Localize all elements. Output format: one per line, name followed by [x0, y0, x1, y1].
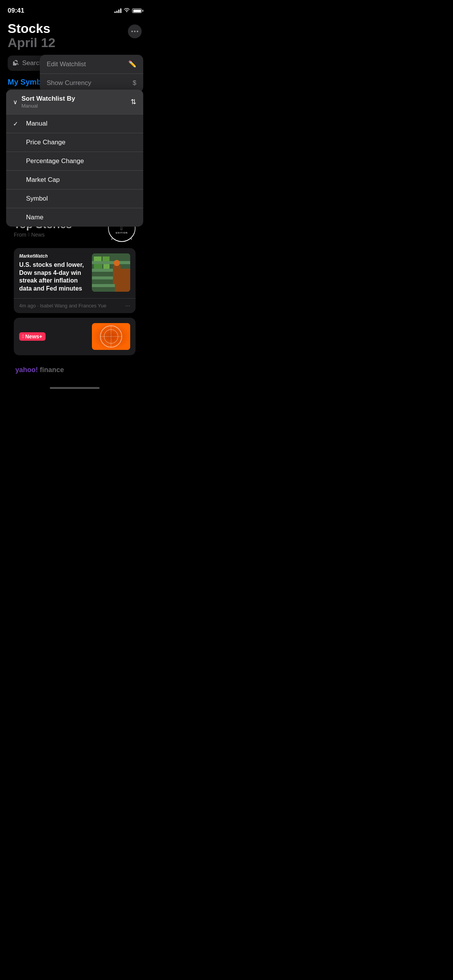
- sort-title: Sort Watchlist By: [21, 95, 75, 103]
- sort-label-manual: Manual: [26, 120, 47, 127]
- sort-current: Manual: [21, 103, 75, 109]
- home-indicator: [0, 384, 149, 391]
- svg-rect-8: [103, 264, 110, 269]
- more-dots-icon: [131, 31, 138, 32]
- sort-label-name: Name: [26, 214, 43, 221]
- sort-submenu: ∨ Sort Watchlist By Manual ⇅ ✓ Manual ✓ …: [6, 90, 143, 227]
- wifi-icon: [124, 8, 130, 14]
- chevron-down-icon: ∨: [13, 98, 18, 106]
- stories-source: From  News: [14, 232, 72, 238]
- svg-rect-5: [94, 256, 101, 261]
- status-icons: [114, 8, 142, 14]
- sort-header[interactable]: ∨ Sort Watchlist By Manual ⇅: [6, 90, 143, 114]
- signal-icon: [114, 8, 121, 13]
- yahoo-finance-text: finance: [40, 366, 64, 374]
- svg-rect-1: [92, 261, 130, 264]
- dropdown-menu: Edit Watchlist ✏️ Show Currency $: [40, 55, 143, 92]
- sort-label-percentage-change: Percentage Change: [26, 157, 84, 165]
- currency-icon: $: [133, 79, 136, 87]
- sort-option-percentage-change[interactable]: ✓ Percentage Change: [6, 152, 143, 171]
- app-title: Stocks: [8, 21, 56, 36]
- pencil-icon: ✏️: [128, 60, 136, 68]
- main-content: Stocks April 12 Search My Symbols ⇅ AMRN…: [0, 18, 149, 380]
- menu-item-edit-watchlist[interactable]: Edit Watchlist ✏️: [40, 55, 143, 74]
- header-row: Stocks April 12: [8, 21, 142, 50]
- news-source-1: MarketWatch: [19, 253, 87, 259]
- apple-icon-newsplus: : [22, 333, 24, 339]
- sort-option-symbol[interactable]: ✓ Symbol: [6, 189, 143, 208]
- battery-icon: [132, 8, 142, 13]
- more-button[interactable]: [128, 24, 142, 38]
- checkmark-icon: ✓: [13, 120, 21, 127]
- apple-logo-icon: : [28, 232, 30, 237]
- top-stories-section: Top Stories From  News SUBSCRIBER  EDI…: [8, 214, 142, 355]
- newsplus-label: News+: [25, 333, 43, 340]
- newsplus-card[interactable]:  News+: [14, 318, 136, 355]
- svg-rect-4: [92, 284, 130, 287]
- sort-label-market-cap: Market Cap: [26, 176, 60, 184]
- svg-rect-3: [92, 276, 130, 279]
- newsplus-badge:  News+: [19, 332, 46, 341]
- title-block: Stocks April 12: [8, 21, 56, 50]
- newsplus-thumbnail: [92, 323, 130, 350]
- app-date: April 12: [8, 36, 56, 50]
- news-meta-1: 4m ago · Isabel Wang and Frances Yue: [19, 303, 106, 309]
- search-icon: [13, 59, 19, 67]
- sort-label-symbol: Symbol: [26, 195, 48, 203]
- news-text-1: MarketWatch U.S. stocks end lower, Dow s…: [19, 253, 87, 293]
- svg-rect-2: [92, 269, 130, 272]
- svg-rect-7: [94, 264, 102, 269]
- sort-option-manual[interactable]: ✓ Manual: [6, 114, 143, 133]
- news-card-1[interactable]: MarketWatch U.S. stocks end lower, Dow s…: [14, 248, 136, 313]
- sort-option-market-cap[interactable]: ✓ Market Cap: [6, 171, 143, 189]
- sort-header-text-block: Sort Watchlist By Manual: [21, 95, 75, 109]
- home-bar: [50, 387, 100, 389]
- yahoo-logo: yahoo!: [15, 366, 38, 374]
- news-card-footer-1: 4m ago · Isabel Wang and Frances Yue ···: [14, 298, 136, 313]
- sort-header-left: ∨ Sort Watchlist By Manual: [13, 95, 75, 109]
- sort-label-price-change: Price Change: [26, 139, 65, 146]
- badge-edition: EDITION: [116, 232, 128, 234]
- svg-rect-9: [113, 265, 121, 284]
- svg-point-10: [114, 260, 120, 266]
- sort-arrows-icon: ⇅: [131, 98, 136, 106]
- news-card-inner-1: MarketWatch U.S. stocks end lower, Dow s…: [14, 248, 136, 298]
- sort-option-name[interactable]: ✓ Name: [6, 208, 143, 227]
- sort-option-price-change[interactable]: ✓ Price Change: [6, 133, 143, 152]
- news-thumbnail-1: [92, 253, 130, 292]
- status-bar: 09:41: [0, 0, 149, 18]
- yahoo-finance-footer: yahoo! finance: [8, 360, 142, 380]
- yahoo-brand-label: yahoo! finance: [15, 366, 64, 374]
- show-currency-label: Show Currency: [47, 79, 91, 87]
- edit-watchlist-label: Edit Watchlist: [47, 60, 86, 68]
- svg-rect-6: [103, 256, 110, 261]
- news-headline-1: U.S. stocks end lower, Dow snaps 4-day w…: [19, 261, 87, 293]
- status-time: 09:41: [8, 7, 24, 15]
- news-image-1: [92, 253, 130, 292]
- news-more-button-1[interactable]: ···: [125, 302, 130, 309]
